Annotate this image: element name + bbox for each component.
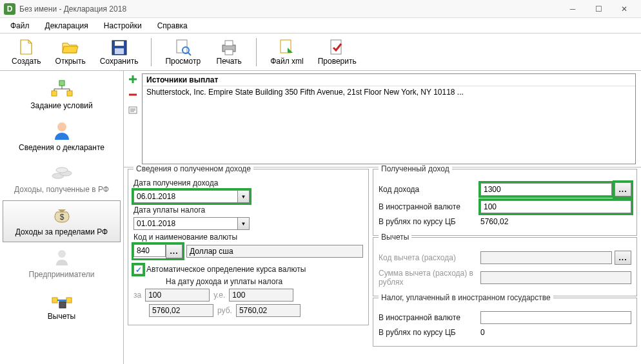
rub-amount-label: В рублях по курсу ЦБ — [379, 217, 475, 226]
deduction-lookup-button[interactable]: ... — [615, 251, 631, 265]
svg-point-17 — [56, 168, 68, 173]
svg-rect-2 — [115, 48, 124, 54]
sidebar-item-deductions[interactable]: Вычеты — [3, 285, 121, 326]
file-xml-button[interactable]: Файл xml — [266, 37, 308, 67]
source-item[interactable]: Shutterstock, Inc. Empire State Building… — [143, 86, 635, 98]
menu-help[interactable]: Справка — [151, 20, 194, 32]
income-code-input[interactable] — [480, 183, 612, 196]
date-paid-label: Дата уплаты налога — [133, 206, 363, 215]
edit-source-button[interactable] — [127, 104, 139, 116]
menu-file[interactable]: Файл — [4, 20, 36, 32]
tax-foreign-label: В иностранной валюте — [379, 313, 475, 322]
sources-header: Источники выплат — [143, 74, 635, 86]
toolbar-separator — [151, 38, 152, 66]
open-button[interactable]: Открыть — [52, 37, 90, 67]
create-button[interactable]: Создать — [8, 37, 45, 67]
svg-rect-22 — [59, 302, 66, 308]
sidebar-item-declarant[interactable]: Сведения о декларанте — [3, 117, 121, 157]
deduction-sum-input — [480, 271, 631, 284]
source-list-tools — [124, 71, 142, 167]
dropdown-button[interactable]: ▼ — [238, 190, 250, 203]
toolbar: Создать Открыть Сохранить Просмотр Печат… — [0, 34, 641, 71]
sidebar-item-conditions[interactable]: Задание условий — [3, 75, 121, 115]
create-label: Создать — [12, 57, 41, 66]
new-file-icon — [17, 39, 35, 57]
ue-value-1 — [229, 289, 293, 302]
maximize-button[interactable]: ☐ — [586, 1, 611, 17]
entrepreneur-icon — [48, 247, 75, 268]
sidebar-item-income-foreign[interactable]: $ Доходы за пределами РФ — [3, 200, 121, 242]
minimize-button[interactable]: ─ — [560, 1, 586, 17]
sidebar-item-label: Вычеты — [48, 312, 75, 321]
income-code-lookup-button[interactable]: ... — [615, 182, 631, 196]
check-icon — [328, 39, 346, 57]
toolbar-separator — [256, 38, 257, 66]
add-source-button[interactable] — [127, 73, 139, 85]
save-label: Сохранить — [100, 57, 139, 66]
date-paid-input[interactable] — [133, 217, 238, 230]
auto-rate-label: Автоматическое определение курса валюты — [146, 265, 306, 274]
close-button[interactable]: ✕ — [611, 1, 637, 17]
print-label: Печать — [217, 57, 242, 66]
preview-icon — [174, 39, 192, 57]
rub-label: руб. — [217, 306, 232, 315]
currency-lookup-button[interactable]: ... — [166, 244, 182, 258]
deduction-sum-label: Сумма вычета (расхода) в рублях — [379, 269, 475, 287]
date-paid-field[interactable]: ▼ — [133, 217, 250, 230]
svg-rect-11 — [59, 81, 64, 86]
folder-open-icon — [61, 39, 79, 57]
print-button[interactable]: Печать — [211, 37, 247, 67]
svg-rect-20 — [52, 298, 57, 303]
menu-settings[interactable]: Настройки — [97, 20, 148, 32]
svg-point-14 — [57, 122, 66, 131]
svg-rect-7 — [225, 41, 233, 46]
dropdown-button[interactable]: ▼ — [238, 217, 250, 230]
sidebar-item-entrepreneurs: Предприниматели — [3, 244, 121, 284]
income-info-group: Сведения о полученном доходе Дата получе… — [128, 169, 369, 325]
menu-declaration[interactable]: Декларация — [39, 20, 95, 32]
sources-list[interactable]: Источники выплат Shutterstock, Inc. Empi… — [142, 73, 636, 164]
svg-rect-1 — [115, 41, 124, 46]
preview-button[interactable]: Просмотр — [161, 37, 204, 67]
sidebar-item-label: Сведения о декларанте — [19, 143, 104, 152]
svg-rect-12 — [52, 91, 57, 96]
currency-code-input[interactable] — [133, 244, 166, 257]
currency-name-display — [186, 245, 363, 258]
date-received-input[interactable] — [133, 190, 238, 203]
ue-label: у.е. — [213, 291, 225, 300]
income-code-label: Код дохода — [379, 185, 475, 194]
menubar: Файл Декларация Настройки Справка — [0, 18, 641, 34]
tax-foreign-input[interactable] — [480, 311, 631, 324]
foreign-amount-input[interactable] — [480, 200, 631, 213]
xml-file-icon — [278, 39, 296, 57]
open-label: Открыть — [55, 57, 86, 66]
window-title: Без имени - Декларация 2018 — [19, 5, 560, 14]
printer-icon — [220, 39, 238, 57]
date-received-field[interactable]: ▼ — [133, 190, 250, 203]
sidebar: Задание условий Сведения о декларанте До… — [0, 71, 124, 364]
person-icon — [48, 120, 75, 141]
save-button[interactable]: Сохранить — [96, 37, 143, 67]
svg-rect-3 — [177, 40, 187, 53]
sidebar-item-label: Доходы за пределами РФ — [15, 227, 108, 236]
tax-rub-value: 0 — [480, 328, 485, 337]
check-button[interactable]: Проверить — [314, 37, 360, 67]
group-title: Сведения о полученном доходе — [133, 164, 253, 173]
svg-rect-8 — [225, 50, 233, 55]
remove-source-button[interactable] — [127, 89, 139, 101]
conditions-icon — [48, 79, 75, 99]
rate-value-2 — [236, 304, 301, 317]
sidebar-item-label: Доходы, полученные в РФ — [14, 185, 109, 194]
check-label: Проверить — [318, 57, 357, 66]
preview-label: Просмотр — [165, 57, 201, 66]
auto-rate-checkbox[interactable]: ✓ — [133, 265, 143, 274]
svg-line-5 — [188, 52, 191, 55]
rate-value-1 — [149, 304, 213, 317]
sidebar-item-income-rf: Доходы, полученные в РФ — [3, 158, 121, 199]
money-bag-icon: $ — [48, 205, 75, 225]
deductions-group: Вычеты Код вычета (расхода) ... Сумма вы… — [373, 237, 637, 296]
tax-rub-label: В рублях по курсу ЦБ — [379, 328, 475, 337]
file-xml-label: Файл xml — [270, 57, 304, 66]
svg-point-19 — [58, 250, 66, 258]
coins-icon — [48, 162, 75, 183]
